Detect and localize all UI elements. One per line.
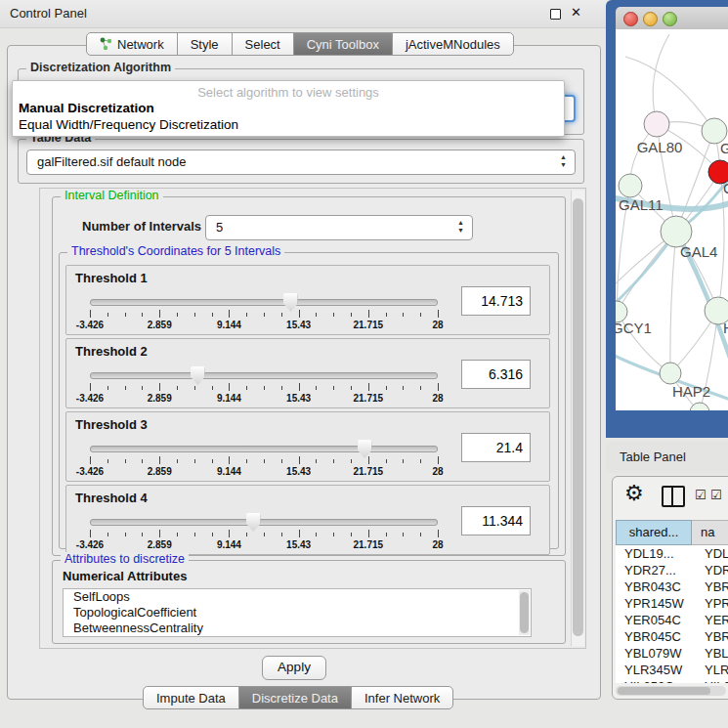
threshold-4-slider[interactable]: -3.426 2.859 9.144 15.43 21.715 28 <box>90 516 438 551</box>
control-panel-titlebar: Control Panel ✕ <box>0 0 606 28</box>
node-gal80[interactable] <box>644 111 669 137</box>
table-row[interactable]: YLR345WYLR3 <box>616 662 728 678</box>
tab-network[interactable]: Network <box>86 32 178 56</box>
scale-label: 9.144 <box>217 466 241 477</box>
zoom-traffic-light-icon[interactable] <box>663 12 677 26</box>
threshold-2-value-field[interactable]: 6.316 <box>461 360 531 389</box>
node-partial[interactable] <box>690 403 709 410</box>
close-traffic-light-icon[interactable] <box>623 12 638 26</box>
panel-title: Control Panel <box>10 6 87 21</box>
gear-icon[interactable]: ⚙ <box>624 481 644 506</box>
table-row[interactable]: YIL052CYIL0 <box>616 678 728 683</box>
scale-label: 2.859 <box>148 320 172 330</box>
threshold-label: Threshold 3 <box>75 417 148 432</box>
cell-name: YBL0 <box>701 645 728 662</box>
cell-shared-name: YBR043C <box>616 578 701 595</box>
cell-name: YLR3 <box>701 662 728 678</box>
threshold-3-slider[interactable]: -3.426 2.859 9.144 15.43 21.715 28 <box>90 443 438 478</box>
tab-label: Discretize Data <box>252 691 338 706</box>
num-intervals-combo[interactable]: 5 ▲▼ <box>205 215 473 240</box>
tab-cyni-toolbox[interactable]: Cyni Toolbox <box>293 32 393 56</box>
combo-value: 5 <box>216 220 223 235</box>
slider-track[interactable] <box>90 519 438 526</box>
threshold-label: Threshold 1 <box>75 271 148 285</box>
cell-shared-name: YDR27... <box>616 562 701 578</box>
tab-infer-network[interactable]: Infer Network <box>351 686 453 709</box>
slider-track[interactable] <box>90 299 438 306</box>
scale-label: 28 <box>432 466 443 477</box>
close-icon[interactable]: ✕ <box>571 5 581 20</box>
node-gal11[interactable] <box>619 174 642 197</box>
cell-name: YBR0 <box>701 578 728 595</box>
tab-impute-data[interactable]: Impute Data <box>143 686 239 709</box>
tab-label: Infer Network <box>364 691 440 706</box>
scale-label: 9.144 <box>217 539 241 550</box>
cell-shared-name: YDL19... <box>616 545 701 562</box>
threshold-1-slider[interactable]: -3.426 2.859 9.144 15.43 21.715 28 <box>90 296 438 331</box>
scale-label: 2.859 <box>148 466 172 477</box>
table-row[interactable]: YBR043CYBR0 <box>616 578 728 595</box>
table-row[interactable]: YBL079WYBL0 <box>616 645 728 662</box>
slider-scale: -3.426 2.859 9.144 15.43 21.715 28 <box>90 393 438 405</box>
column-header-name[interactable]: na <box>692 520 728 545</box>
threshold-3-value-field[interactable]: 21.4 <box>461 433 531 462</box>
apply-button[interactable]: Apply <box>262 656 326 680</box>
slider-track[interactable] <box>90 446 438 452</box>
tab-discretize-data[interactable]: Discretize Data <box>238 686 352 709</box>
scale-label: 28 <box>432 539 443 550</box>
cell-name: YIL0 <box>701 678 728 683</box>
scrollbar-thumb[interactable] <box>573 198 583 636</box>
scale-label: 28 <box>432 393 443 404</box>
vertical-scrollbar[interactable] <box>571 191 584 646</box>
scale-label: 21.715 <box>354 466 384 477</box>
minimize-traffic-light-icon[interactable] <box>643 12 658 26</box>
threshold-2-slider[interactable]: -3.426 2.859 9.144 15.43 21.715 28 <box>90 369 438 405</box>
split-columns-icon[interactable] <box>662 486 685 507</box>
list-scrollbar[interactable] <box>519 590 530 635</box>
threshold-1-panel: Threshold 1 -3.426 2.859 9.144 15.43 <box>65 265 550 335</box>
threshold-4-value-field[interactable]: 11.344 <box>461 506 531 535</box>
scrollbar-thumb[interactable] <box>520 592 529 633</box>
scale-label: 15.43 <box>286 539 311 550</box>
algorithm-dropdown-popup: Select algorithm to view settings Manual… <box>12 80 565 137</box>
scale-label: 9.144 <box>217 393 241 404</box>
list-item[interactable]: BetweennessCentrality <box>64 621 531 636</box>
table-row[interactable]: YBR045CYBR0 <box>616 628 728 645</box>
network-nodes[interactable] <box>616 111 728 410</box>
checkbox-icon[interactable]: ☑ <box>695 488 707 502</box>
list-item[interactable]: TopologicalCoefficient <box>64 605 531 621</box>
slider-track[interactable] <box>90 372 438 379</box>
checkbox-icon[interactable]: ☑ <box>710 488 722 502</box>
node-label: GAL4 <box>680 243 717 260</box>
scale-label: -3.426 <box>76 393 104 404</box>
cell-shared-name: YPR145W <box>616 595 701 612</box>
threshold-4-panel: Threshold 4 -3.426 2.859 9.144 15.43 <box>65 485 550 555</box>
cell-name: YDL1 <box>701 545 728 562</box>
cell-shared-name: YIL052C <box>616 678 701 683</box>
float-window-icon[interactable] <box>550 9 561 20</box>
scale-label: 15.43 <box>286 466 311 477</box>
table-row[interactable]: YDL19...YDL1 <box>616 545 728 562</box>
group-title: Interval Definition <box>61 189 163 202</box>
table-row[interactable]: YER054CYER0 <box>616 612 728 628</box>
threshold-1-value-field[interactable]: 14.713 <box>461 286 531 316</box>
node-hap2[interactable] <box>660 363 681 384</box>
list-item[interactable]: SelfLoops <box>64 589 531 605</box>
table-row[interactable]: YDR27...YDR2 <box>616 562 728 578</box>
network-canvas[interactable]: GAL80 G C GAL11 GAL4 GCY1 H HAP2 <box>616 29 728 410</box>
tab-select[interactable]: Select <box>232 32 294 56</box>
table-data-combo[interactable]: galFiltered.sif default node ▲▼ <box>26 150 576 175</box>
table-row[interactable]: YPR145WYPR1 <box>616 595 728 612</box>
dropdown-option-equal-width[interactable]: Equal Width/Frequency Discretization <box>19 117 238 132</box>
column-header-shared-name[interactable]: shared... <box>616 520 692 545</box>
bottom-tab-bar: Impute Data Discretize Data Infer Networ… <box>143 686 453 709</box>
dropdown-option-manual[interactable]: Manual Discretization <box>19 101 154 115</box>
tab-label: Select <box>245 37 280 52</box>
cell-shared-name: YBL079W <box>616 645 701 662</box>
scale-label: 28 <box>432 320 443 330</box>
scrollbar-thumb[interactable] <box>618 687 710 695</box>
tab-jactivemnodules[interactable]: jActiveMNodules <box>392 32 514 56</box>
horizontal-scrollbar[interactable] <box>616 686 726 696</box>
cell-name: YER0 <box>701 612 728 628</box>
tab-style[interactable]: Style <box>177 32 233 56</box>
